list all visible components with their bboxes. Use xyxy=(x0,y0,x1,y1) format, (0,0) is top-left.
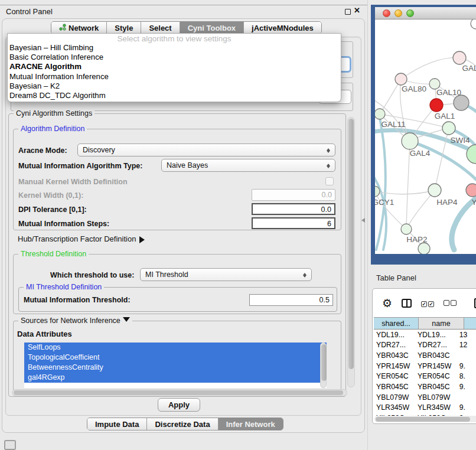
network-node[interactable] xyxy=(428,184,441,197)
table-cell: YPR145W xyxy=(415,361,457,371)
control-panel-tabs: NetworkStyleSelectCyni ToolboxjActiveMNo… xyxy=(51,21,322,34)
network-node[interactable] xyxy=(401,224,412,234)
column-header-a[interactable]: A xyxy=(464,318,476,330)
tab-impute-data[interactable]: Impute Data xyxy=(87,418,147,430)
network-window-titlebar[interactable] xyxy=(375,7,476,19)
float-panel-icon[interactable] xyxy=(345,9,351,15)
node-label-gal4: GAL4 xyxy=(410,149,431,158)
table-row[interactable]: YDR27...YDR27...12 xyxy=(374,340,476,351)
columns-icon[interactable] xyxy=(402,299,412,308)
tab-jactivemnodules[interactable]: jActiveMNodules xyxy=(244,22,321,34)
hub-definition-toggle[interactable]: Hub/Transcription Factor Definition xyxy=(18,234,148,243)
network-edge[interactable] xyxy=(406,190,435,229)
aracne-mode-select[interactable]: Discovery xyxy=(77,144,335,156)
aracne-mode-label: Aracne Mode: xyxy=(18,146,67,155)
table-cell: 8. xyxy=(457,371,476,382)
attribute-item-selfloops[interactable]: SelfLoops xyxy=(24,343,327,353)
table-hscrollbar[interactable] xyxy=(374,416,476,422)
attributes-scrollbar[interactable] xyxy=(320,343,327,388)
table-cell: YBR045C xyxy=(415,381,457,392)
minimize-window-icon[interactable] xyxy=(395,9,402,17)
settings-vscrollbar[interactable] xyxy=(347,117,355,387)
manual-kernel-checkbox[interactable] xyxy=(325,177,334,185)
network-canvas[interactable]: GALGAL80GAL10GAL1GAL11SWI4GAL4GCY1HAP4YH… xyxy=(375,19,476,254)
table-cell: YDL19... xyxy=(374,330,415,340)
table-hscrollbar-thumb[interactable] xyxy=(376,417,470,422)
network-node[interactable] xyxy=(442,122,455,135)
algorithm-definition-group: Algorithm Definition Aracne Mode: Discov… xyxy=(13,129,341,230)
data-attributes-list[interactable]: SelfLoopsTopologicalCoefficientBetweenne… xyxy=(24,343,327,388)
network-node[interactable] xyxy=(395,73,407,85)
tab-label: Select xyxy=(149,24,171,32)
network-node[interactable] xyxy=(418,243,430,254)
attribute-item-betweennesscentrality[interactable]: BetweennessCentrality xyxy=(24,363,327,373)
algorithm-option-mutual-information-inference[interactable]: Mutual Information Inference xyxy=(8,72,341,81)
mi-algorithm-type-select[interactable]: Naive Bayes xyxy=(161,159,335,172)
deselect-all-icon[interactable] xyxy=(444,298,457,308)
node-label-gal80: GAL80 xyxy=(402,84,426,93)
tab-style[interactable]: Style xyxy=(107,22,141,34)
apply-button[interactable]: Apply xyxy=(158,398,200,412)
table-toolbar: ⚙ ✓✓ xyxy=(373,289,476,317)
table-panel-title: Table Panel xyxy=(376,273,416,282)
network-node[interactable] xyxy=(402,133,418,149)
select-all-icon[interactable]: ✓✓ xyxy=(421,298,434,308)
table-row[interactable]: YBR045CYBR045C9. xyxy=(374,381,476,392)
algorithm-option-basic-correlation-inference[interactable]: Basic Correlation Inference xyxy=(8,53,341,62)
attributes-scrollbar-thumb[interactable] xyxy=(321,344,327,381)
tab-discretize-data[interactable]: Discretize Data xyxy=(147,418,218,430)
kernel-width-field[interactable]: 0.0 xyxy=(252,189,335,201)
tab-infer-network[interactable]: Infer Network xyxy=(219,418,283,430)
table-cell: YDR27... xyxy=(415,340,457,351)
column-header-shared[interactable]: shared... xyxy=(374,318,419,330)
mi-threshold-field[interactable]: 0.5 xyxy=(249,294,333,306)
network-node[interactable] xyxy=(454,95,469,110)
network-node[interactable] xyxy=(471,19,476,29)
table-row[interactable]: YBR043CYBR043C xyxy=(374,350,476,361)
algorithm-option-aracne-algorithm[interactable]: ARACNE Algorithm xyxy=(8,62,341,71)
expand-right-icon[interactable] xyxy=(139,236,148,243)
table-cell: 9. xyxy=(457,403,476,413)
attribute-item-gal4rgexp[interactable]: gal4RGexp xyxy=(24,373,327,383)
network-edge[interactable] xyxy=(375,191,406,229)
threshold-definition-group: Threshold Definition Which threshold to … xyxy=(13,254,341,314)
collapse-down-icon[interactable] xyxy=(123,317,130,325)
algorithm-option-bayesian-hill-climbing[interactable]: Bayesian – Hill Climbing xyxy=(8,43,341,53)
algorithm-option-dream8-dc-tdc-algorithm[interactable]: Dream8 DC_TDC Algorithm xyxy=(8,91,341,100)
table-row[interactable]: YLR345WYLR345W9. xyxy=(374,403,476,413)
table-cell: YER054C xyxy=(374,371,415,382)
close-panel-icon[interactable]: ✕ xyxy=(354,6,360,15)
settings-gear-icon[interactable]: ⚙ xyxy=(382,298,392,309)
table-row[interactable]: YBL079WYBL079W xyxy=(374,392,476,403)
close-window-icon[interactable] xyxy=(383,9,390,17)
mi-steps-field[interactable]: 6 xyxy=(252,217,335,229)
settings-hscrollbar-thumb[interactable] xyxy=(14,390,343,395)
combo-stepper-icon xyxy=(326,146,331,155)
network-edge[interactable] xyxy=(401,58,459,79)
aracne-mode-value: Discovery xyxy=(83,146,115,154)
table-row[interactable]: YPR145WYPR145W9. xyxy=(374,361,476,371)
dpi-tolerance-field[interactable]: 0.0 xyxy=(252,203,335,215)
settings-vscrollbar-thumb[interactable] xyxy=(348,119,354,369)
network-node[interactable] xyxy=(430,99,443,112)
tab-cyni-toolbox[interactable]: Cyni Toolbox xyxy=(180,22,244,34)
algorithm-option-bayesian-k2[interactable]: Bayesian – K2 xyxy=(8,81,341,91)
table-row[interactable]: YER054CYER054C8. xyxy=(374,371,476,382)
zoom-window-icon[interactable] xyxy=(406,9,414,17)
column-header-name[interactable]: name xyxy=(419,318,464,330)
network-node[interactable] xyxy=(466,184,476,197)
divider-collapse-icon[interactable] xyxy=(359,218,365,223)
tab-select[interactable]: Select xyxy=(141,22,180,34)
tab-network[interactable]: Network xyxy=(51,22,107,34)
which-threshold-select[interactable]: MI Threshold xyxy=(140,268,312,281)
collapsed-panel-stub[interactable] xyxy=(4,440,16,450)
attribute-item-topologicalcoefficient[interactable]: TopologicalCoefficient xyxy=(24,353,327,363)
table-rows: YDL19...YDL19...13YDR27...YDR27...12YBR0… xyxy=(374,330,476,416)
settings-hscrollbar[interactable] xyxy=(12,389,347,396)
sources-group: Sources for Network Inference Data Attri… xyxy=(13,321,341,396)
mi-type-label: Mutual Information Algorithm Type: xyxy=(18,162,142,170)
network-node[interactable] xyxy=(375,109,385,119)
table-row[interactable]: YDL19...YDL19...13 xyxy=(374,330,476,340)
which-threshold-label: Which threshold to use: xyxy=(50,271,134,279)
network-node[interactable] xyxy=(453,51,466,64)
